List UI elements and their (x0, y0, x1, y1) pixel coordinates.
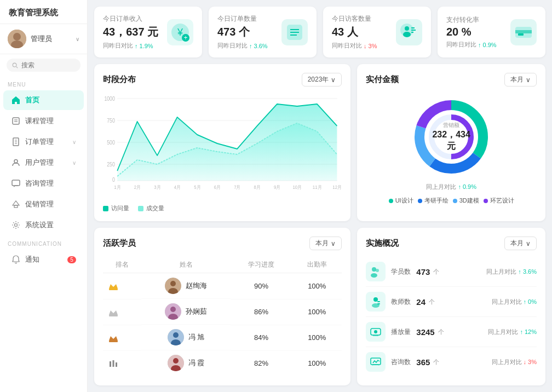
sidebar-item-promo[interactable]: 促销管理 (3, 194, 84, 214)
svg-point-79 (372, 267, 376, 272)
col-name: 姓名 (141, 257, 231, 273)
time-chart-card: 时段分布 2023年 ∨ 1000 (94, 64, 350, 221)
col-progress: 学习进度 (231, 257, 292, 273)
kpi-orders-value: 473 个 (217, 25, 268, 39)
svg-text:1000: 1000 (104, 96, 114, 102)
notify-badge: 5 (67, 256, 76, 263)
svg-point-71 (173, 332, 179, 338)
bell-icon (11, 255, 21, 264)
rank-cell (103, 273, 141, 299)
stat-icon-plays (366, 322, 386, 342)
svg-point-80 (376, 269, 379, 272)
time-chart-filter[interactable]: 2023年 ∨ (302, 73, 342, 87)
sidebar-item-notify[interactable]: 通知 5 (3, 250, 84, 269)
progress-cell: 86% (231, 299, 292, 325)
order-arrow: ∨ (72, 139, 76, 145)
bot-row: 活跃学员 本月 ∨ 排名 姓名 学习进度 出勤率 (94, 228, 545, 385)
sidebar-item-consult[interactable]: 咨询管理 (3, 174, 84, 193)
stat-val-plays: 3245 (416, 327, 434, 337)
search-icon (12, 62, 18, 69)
legend-visit: 访问量 (103, 204, 129, 212)
attendance-cell: 100% (292, 350, 342, 376)
payment-chart-card: 实付金额 本月 ∨ (357, 64, 545, 221)
kpi-orders-compare-val: ↑ 3.6% (249, 43, 268, 49)
legend-deal: 成交量 (138, 204, 164, 212)
table-row: 冯 旭 84% 100% (103, 325, 342, 350)
donut-wrap: 营销额 232，434 元 同上月对比 ↑ 0.9% UI设计 (366, 93, 537, 212)
svg-rect-65 (109, 315, 118, 316)
attendance-cell: 100% (292, 325, 342, 350)
sidebar-item-course[interactable]: 课程管理 (3, 111, 84, 131)
kpi-conversion-value: 20 % (446, 26, 497, 38)
student-avatar (165, 278, 181, 294)
payment-chart-filter[interactable]: 本月 ∨ (504, 73, 537, 87)
stat-icon-students (366, 262, 386, 281)
sidebar-item-settings[interactable]: 系统设置 (3, 215, 84, 235)
rank-cell (103, 325, 141, 350)
donut-dot-3d (453, 199, 457, 203)
svg-rect-32 (518, 33, 524, 36)
stat-val-students: 473 (416, 267, 430, 276)
attendance-cell: 100% (292, 273, 342, 299)
name-cell: 冯 霞 (141, 350, 231, 376)
svg-text:12月: 12月 (332, 184, 341, 190)
stat-item-consults: 咨询数 365 个 同上月对比 ↓ 3% (366, 347, 537, 377)
svg-rect-69 (109, 341, 118, 342)
app-title: 教育管理系统 (0, 0, 87, 24)
stat-compare-plays: 同上月对比 ↑ 12% (488, 328, 537, 336)
student-name: 赵绚海 (186, 281, 207, 291)
table-row: 孙娴茹 86% 100% (103, 299, 342, 325)
stat-compare-students: 同上月对比 ↑ 3.6% (486, 268, 537, 276)
user-profile[interactable]: 管理员 ∨ (0, 24, 87, 54)
sidebar-item-user[interactable]: 用户管理 ∨ (3, 153, 84, 172)
kpi-conversion-label: 支付转化率 (446, 15, 497, 25)
legend-visit-dot (103, 206, 108, 211)
kpi-conversion-icon (510, 19, 537, 45)
course-icon (11, 116, 21, 126)
svg-point-15 (15, 224, 18, 227)
svg-point-63 (170, 281, 176, 286)
kpi-visitors-compare-label: 同昨日对比 (332, 42, 362, 50)
stat-name-students: 学员数 (391, 267, 413, 276)
svg-point-82 (373, 297, 378, 302)
kpi-revenue-value: 43，637 元 (103, 25, 158, 39)
svg-text:5月: 5月 (194, 184, 200, 190)
donut-dot-kaoken (418, 199, 422, 203)
sidebar-label-notify: 通知 (25, 255, 63, 264)
student-name: 孙娴茹 (186, 307, 207, 316)
active-students-card: 活跃学员 本月 ∨ 排名 姓名 学习进度 出勤率 (94, 228, 350, 385)
stat-info-students: 学员数 473 个 同上月对比 ↑ 3.6% (391, 267, 537, 276)
donut-legend-ui: UI设计 (389, 197, 413, 205)
stat-compare-consults: 同上月对比 ↓ 3% (492, 358, 537, 366)
order-icon (11, 137, 21, 147)
stat-icon-consults (366, 352, 386, 372)
svg-rect-61 (109, 289, 118, 290)
sidebar-label-home: 首页 (25, 95, 76, 105)
search-input[interactable] (21, 61, 75, 69)
kpi-visitors-value: 43 人 (332, 25, 377, 39)
student-name: 冯 霞 (188, 358, 205, 368)
active-students-filter[interactable]: 本月 ∨ (309, 237, 342, 250)
sidebar-item-order[interactable]: 订单管理 ∨ (3, 132, 84, 152)
search-box[interactable] (7, 59, 81, 72)
svg-text:+: + (183, 34, 187, 42)
stat-info-consults: 咨询数 365 个 同上月对比 ↓ 3% (391, 358, 537, 367)
svg-rect-88 (373, 335, 378, 336)
legend-deal-dot (138, 206, 143, 211)
sidebar-label-promo: 促销管理 (25, 199, 76, 209)
sidebar-item-home[interactable]: 首页 (3, 90, 84, 110)
overview-filter[interactable]: 本月 ∨ (504, 237, 537, 250)
stat-item-students: 学员数 473 个 同上月对比 ↑ 3.6% (366, 257, 537, 287)
donut-legend: UI设计 考研手绘 3D建模 环艺设计 (389, 197, 514, 205)
progress-cell: 82% (231, 350, 292, 376)
kpi-orders: 今日订单数量 473 个 同昨日对比 ↑ 3.6% (209, 7, 317, 57)
overview-items: 学员数 473 个 同上月对比 ↑ 3.6% 教师数 24 个 同上月对比 ↑ … (366, 257, 537, 377)
donut-chart: 营销额 232，434 元 (407, 93, 495, 181)
donut-center-value: 232，434 元 (429, 129, 473, 152)
donut-legend-3d: 3D建模 (453, 197, 479, 205)
rank-cell (103, 350, 141, 376)
kpi-revenue: 今日订单收入 43，637 元 同昨日对比 ↑ 1.9% ¥+ (94, 7, 202, 57)
svg-rect-84 (377, 301, 380, 302)
overview-title: 实施概况 (366, 238, 399, 249)
progress-cell: 90% (231, 273, 292, 299)
